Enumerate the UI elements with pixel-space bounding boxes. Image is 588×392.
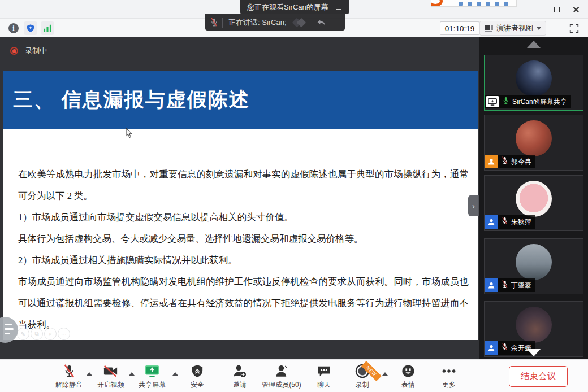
minimize-button[interactable] — [529, 3, 546, 16]
scroll-down-arrow[interactable] — [526, 349, 541, 356]
meeting-main-area: 录制中 三、 信息漏报与虚假陈述 在欧美等成熟电力批发市场中，对重要信息的刻意遗… — [0, 37, 588, 359]
slide-paragraph: 1）市场成员通过向市场提交虚假交易信息以提高相关的头寸价值。 — [18, 207, 469, 228]
view-mode-dropdown[interactable]: 演讲者视图 — [479, 21, 546, 36]
person-badge-icon — [485, 341, 498, 355]
copy-tool-icon[interactable]: ⧉ — [31, 328, 43, 340]
avatar — [516, 307, 552, 343]
reactions-button[interactable]: 表情 — [401, 364, 415, 390]
video-options-chevron[interactable] — [129, 372, 135, 376]
avatar — [516, 60, 552, 97]
window-controls — [529, 3, 585, 16]
sidebar-collapse-handle[interactable]: › — [468, 195, 479, 216]
shared-screen-stage: 录制中 三、 信息漏报与虚假陈述 在欧美等成熟电力批发市场中，对重要信息的刻意遗… — [0, 37, 479, 359]
office-tool-icon — [495, 2, 499, 6]
office-logo-icon — [431, 0, 443, 7]
reply-arrow-icon[interactable] — [312, 19, 330, 27]
network-signal-icon[interactable] — [41, 21, 54, 35]
zoom-tool-icon[interactable]: ⌕ — [44, 328, 57, 340]
start-video-button[interactable]: 开启视频 — [97, 364, 124, 390]
avatar — [516, 181, 552, 217]
chat-label: 聊天 — [317, 380, 331, 390]
background-office-toolbar — [431, 0, 517, 7]
share-options-chevron[interactable] — [172, 372, 178, 376]
fullscreen-icon — [569, 24, 579, 33]
participant-label: 朱秋萍 — [485, 215, 535, 229]
fullscreen-button[interactable] — [567, 21, 581, 35]
close-icon — [573, 6, 580, 13]
presentation-slide: 三、 信息漏报与虚假陈述 在欧美等成熟电力批发市场中，对重要信息的刻意遗漏和对事… — [3, 71, 478, 340]
slide-paragraph: 市场成员通过向市场监管机构隐瞒对发电机组的维护工作或违反停机检查的要求从而获利。… — [18, 271, 469, 336]
more-dots-icon — [442, 364, 456, 378]
slide-paragraph: 2）市场成员通过相关措施隐瞒实际情况并以此获利。 — [18, 250, 469, 271]
participant-name: 朱秋萍 — [511, 217, 531, 227]
chevron-down-icon — [537, 27, 541, 30]
security-button[interactable]: 安全 — [191, 364, 204, 390]
person-badge-icon — [485, 155, 498, 168]
meeting-info-icon[interactable]: i — [7, 21, 20, 35]
person-icon — [275, 364, 288, 378]
avatar — [516, 244, 552, 280]
slide-title: 三、 信息漏报与虚假陈述 — [3, 86, 250, 113]
watching-screen-banner[interactable]: 您正在观看SirCan的屏幕 — [240, 0, 349, 14]
start-video-label: 开启视频 — [97, 380, 124, 390]
mic-muted-icon — [501, 216, 508, 228]
mic-muted-icon — [501, 156, 508, 167]
participant-tile[interactable]: 丁肇豪 — [484, 238, 583, 294]
scroll-up-arrow[interactable] — [527, 41, 541, 48]
avatar — [516, 120, 552, 156]
office-tool-icon — [504, 2, 508, 6]
watching-screen-text: 您正在观看SirCan的屏幕 — [247, 2, 332, 12]
close-button[interactable] — [568, 3, 585, 16]
participant-tile[interactable]: 朱秋萍 — [484, 175, 583, 231]
manage-members-label: 管理成员(50) — [262, 380, 301, 390]
screen-share-icon — [486, 96, 499, 107]
mic-muted-icon — [501, 342, 508, 354]
minimize-icon — [535, 10, 541, 10]
maximize-icon — [554, 7, 560, 12]
more-tools-icon[interactable]: ⋯ — [58, 328, 70, 340]
share-screen-label: 共享屏幕 — [139, 380, 166, 390]
speaking-text: 正在讲话: SirCan; — [223, 18, 292, 28]
chat-bubble-icon — [317, 364, 331, 378]
shield-protect-icon[interactable] — [24, 21, 37, 35]
mic-muted-icon — [501, 280, 508, 291]
more-button[interactable]: 更多 — [442, 364, 456, 390]
maximize-button[interactable] — [548, 3, 565, 16]
chat-button[interactable]: 聊天 — [317, 364, 331, 390]
meeting-timer: 01:10:19 — [440, 21, 479, 35]
mic-options-chevron[interactable] — [87, 372, 92, 376]
participants-sidebar: SirCan的屏幕共享 郭今冉 — [479, 37, 588, 359]
slide-paragraph: 具体行为包括虚构交易、夸大或减少交易量、选择性地遗漏交易和虚报交易价格等。 — [18, 228, 469, 250]
person-badge-icon — [485, 215, 498, 229]
person-add-icon — [233, 364, 247, 378]
more-label: 更多 — [442, 380, 456, 390]
participant-name: 郭今冉 — [511, 157, 531, 167]
end-meeting-button[interactable]: 结束会议 — [509, 366, 568, 387]
participant-name: 丁肇豪 — [511, 281, 531, 290]
shield-icon — [191, 364, 204, 378]
screen-share-active-icon — [145, 364, 159, 378]
office-tool-icon — [468, 2, 472, 6]
mouse-cursor — [126, 128, 133, 138]
mic-muted-icon — [63, 364, 75, 378]
participant-tile[interactable]: 郭今冉 — [484, 115, 583, 171]
security-label: 安全 — [191, 380, 204, 390]
participant-label: SirCan的屏幕共享 — [485, 95, 571, 108]
pen-tool-icon[interactable]: ✎ — [17, 328, 29, 340]
recording-label: 录制中 — [25, 46, 47, 56]
menu-icon[interactable] — [336, 5, 344, 10]
meeting-toolbar: 解除静音 开启视频 共享屏幕 安全 邀请 — [0, 359, 588, 392]
participant-name: SirCan的屏幕共享 — [512, 97, 567, 107]
recording-dot-icon — [10, 47, 18, 55]
reactions-label: 表情 — [401, 380, 415, 390]
share-screen-button[interactable]: 共享屏幕 — [139, 364, 166, 390]
participant-tile-sharing[interactable]: SirCan的屏幕共享 — [484, 55, 583, 111]
recording-indicator: 录制中 — [10, 46, 47, 56]
invite-button[interactable]: 邀请 — [233, 364, 247, 390]
slide-title-banner: 三、 信息漏报与虚假陈述 — [3, 71, 478, 129]
unmute-button[interactable]: 解除静音 — [55, 364, 83, 390]
mic-on-icon — [502, 96, 509, 107]
manage-members-button[interactable]: 管理成员(50) — [262, 364, 301, 390]
participant-label: 郭今冉 — [485, 155, 535, 168]
record-options-chevron[interactable] — [382, 372, 388, 376]
